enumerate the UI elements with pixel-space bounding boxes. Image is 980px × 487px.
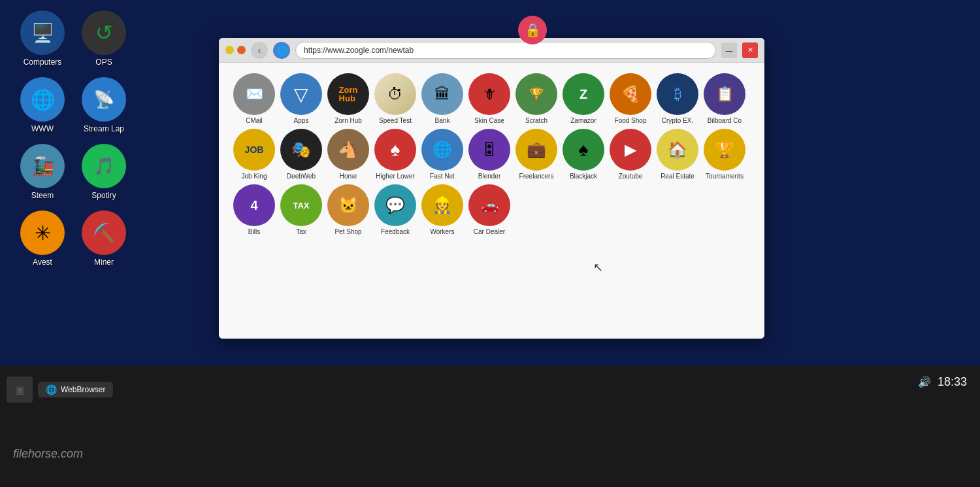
app-jobking[interactable]: JOB Job King: [232, 129, 276, 180]
app-deepweb[interactable]: 🎭 DeebWeb: [279, 129, 323, 180]
browser-window: ‹ 🌐 — ✕ ✉️ CMail ▽ Apps ZornHub: [219, 38, 764, 339]
close-win-button[interactable]: ✕: [742, 42, 758, 58]
desktop-icon-label-ops: OPS: [95, 58, 112, 67]
app-bills[interactable]: 4 Bills: [232, 184, 276, 236]
app-petshop[interactable]: 🐱 Pet Shop: [326, 184, 370, 236]
app-tax[interactable]: TAX Tax: [279, 184, 323, 236]
app-skincase[interactable]: 🗡 Skin Case: [467, 73, 512, 125]
app-workers[interactable]: 👷 Workers: [420, 184, 465, 236]
desktop-icon-label-spotiry: Spotiry: [91, 191, 116, 200]
back-button[interactable]: ‹: [251, 42, 268, 59]
taskbar: ▣ 🌐 WebBrowser 🔊 18:33: [0, 366, 980, 487]
app-horse[interactable]: 🐴 Horse: [326, 129, 370, 180]
app-zoutube[interactable]: ▶ Zoutube: [608, 129, 653, 180]
app-realestate[interactable]: 🏠 Real Estate: [655, 129, 700, 180]
desktop-icon-www[interactable]: 🌐 WWW: [13, 73, 72, 137]
desktop-icon-miner[interactable]: ⛏️ Miner: [74, 207, 133, 271]
app-cryptoex[interactable]: ₿ Crypto EX.: [655, 73, 700, 125]
app-zamazor[interactable]: Z Zamazor: [561, 73, 606, 125]
desktop: 🔒 🖥️ Computers ↺ OPS 🌐 WWW 📡 Stream Lap: [0, 0, 980, 366]
taskbar-browser-app[interactable]: 🌐 WebBrowser: [38, 382, 113, 397]
app-grid: ✉️ CMail ▽ Apps ZornHub Zorn Hub ⏱ Speed…: [232, 73, 751, 236]
app-tournaments[interactable]: 🏆 Tournaments: [702, 129, 747, 180]
app-blackjack[interactable]: ♠ Blackjack: [561, 129, 606, 180]
desktop-icon-spotiry[interactable]: 🎵 Spotiry: [74, 140, 133, 204]
desktop-icon-label-streamlap: Stream Lap: [84, 124, 124, 133]
traffic-lights: [225, 46, 246, 54]
desktop-icon-computers[interactable]: 🖥️ Computers: [13, 7, 72, 71]
app-cmail[interactable]: ✉️ CMail: [232, 73, 276, 125]
desktop-icon-label-computers: Computers: [24, 58, 62, 67]
app-foodshop[interactable]: 🍕 Food Shop: [608, 73, 653, 125]
desktop-icon-avest[interactable]: ✳ Avest: [13, 207, 72, 271]
browser-titlebar: ‹ 🌐 — ✕: [219, 38, 764, 63]
taskbar-start-button[interactable]: ▣: [7, 377, 33, 403]
app-fastnet[interactable]: 🌐 Fast Net: [420, 129, 465, 180]
app-higherlower[interactable]: ♠ Higher Lower: [373, 129, 417, 180]
desktop-icon-label-avest: Avest: [33, 258, 52, 267]
filehorse-watermark: filehorse.com: [13, 447, 83, 461]
app-speedtest[interactable]: ⏱ Speed Test: [373, 73, 417, 125]
app-cardealer[interactable]: 🚗 Car Dealer: [467, 184, 512, 236]
app-billboard[interactable]: 📋 Bilboard Co: [702, 73, 747, 125]
globe-icon: 🌐: [273, 42, 290, 59]
desktop-icons: 🖥️ Computers ↺ OPS 🌐 WWW 📡 Stream Lap 🚂: [13, 7, 133, 271]
app-bank[interactable]: 🏛 Bank: [420, 73, 465, 125]
desktop-icon-ops[interactable]: ↺ OPS: [74, 7, 133, 71]
desktop-icon-label-steem: Steem: [31, 191, 54, 200]
minimize-button[interactable]: [225, 46, 234, 54]
taskbar-clock: 🔊 18:33: [918, 375, 967, 389]
app-scratch[interactable]: 🏆 Scratch: [514, 73, 559, 125]
app-apps[interactable]: ▽ Apps: [279, 73, 323, 125]
desktop-icon-label-miner: Miner: [94, 258, 114, 267]
desktop-icon-steem[interactable]: 🚂 Steem: [13, 140, 72, 204]
desktop-icon-streamlap[interactable]: 📡 Stream Lap: [74, 73, 133, 137]
close-button[interactable]: [237, 46, 246, 54]
lock-icon[interactable]: 🔒: [518, 16, 547, 44]
app-blender[interactable]: 🎛 Blender: [467, 129, 512, 180]
url-bar[interactable]: [295, 42, 716, 59]
desktop-icon-label-www: WWW: [31, 124, 54, 133]
minimize-win-button[interactable]: —: [721, 42, 737, 58]
volume-icon: 🔊: [918, 376, 931, 388]
app-freelancers[interactable]: 💼 Freelancers: [514, 129, 559, 180]
app-feedback[interactable]: 💬 Feedback: [373, 184, 417, 236]
app-zornhub[interactable]: ZornHub Zorn Hub: [326, 73, 370, 125]
browser-content: ✉️ CMail ▽ Apps ZornHub Zorn Hub ⏱ Speed…: [219, 63, 764, 339]
